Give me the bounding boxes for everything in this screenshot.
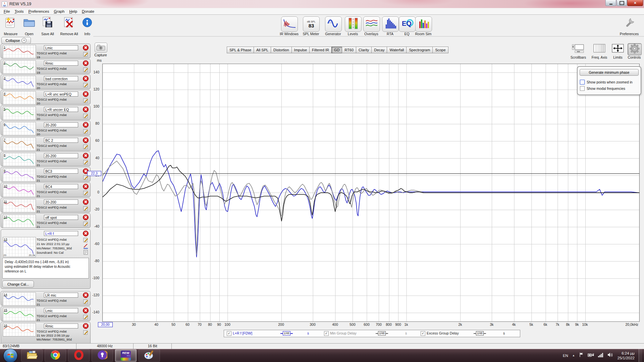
start-button[interactable] [3,349,17,362]
measurement-card-15[interactable]: 15TDSC2 woPEQ.mdat21 [1,306,91,321]
open-button[interactable] [22,16,37,30]
measurement-name-input[interactable] [44,199,78,204]
measurement-name-input[interactable] [44,153,78,158]
menu-preferences[interactable]: Preferences [26,9,51,14]
measurement-number[interactable]: 2 [4,61,5,64]
tab-impulse[interactable]: Impulse [291,47,310,53]
secure-browser-taskbar-button[interactable] [92,349,113,362]
chrome-taskbar-button[interactable] [45,349,66,362]
menu-file[interactable]: File [1,9,12,14]
limits-button[interactable] [611,43,625,55]
measurement-name-input[interactable] [44,92,78,97]
delete-measurement-button[interactable] [83,323,89,329]
tab-spl-phase[interactable]: SPL & Phase [227,47,254,53]
measurement-number[interactable]: 15 [4,308,7,312]
smoothing-control-3[interactable]: 1/48 [474,331,486,336]
generator-button[interactable] [325,16,342,32]
measurement-number[interactable]: 13 [4,237,7,241]
capture-button[interactable] [95,43,107,53]
measurement-number[interactable]: 14 [4,293,7,296]
measurement-number[interactable]: 9 [4,169,5,172]
smoothing-control-1[interactable]: 1/48 [280,331,293,336]
close-button[interactable]: × [627,0,643,6]
notes-icon[interactable] [83,52,88,57]
legend-unit-3[interactable]: s [503,331,505,335]
legend-unit-1[interactable]: s [307,331,309,335]
tab-scope[interactable]: Scope [432,47,448,53]
measurement-number[interactable]: 5 [4,107,5,111]
save-all-button[interactable] [40,16,55,30]
measurement-name-input[interactable] [44,184,78,189]
measurement-number[interactable]: 6 [4,122,5,126]
tab-clarity[interactable]: Clarity [356,47,372,53]
measurement-card-14[interactable]: 14TDSC2 woPEQ.mdat21 [1,291,91,306]
measurement-number[interactable]: 12 [4,215,7,219]
notes-icon[interactable] [83,330,88,335]
delete-measurement-button[interactable] [83,45,89,51]
measurement-card-16[interactable]: 16TDSC2 woPEQ.mdat21 Ιαν 2022 2:06:19 μμ… [1,322,91,343]
room-sim-button[interactable] [415,16,432,32]
measurement-card-11[interactable]: 11TDSC2 woPEQ.mdat21 [1,198,91,213]
opera-taskbar-button[interactable] [68,349,90,362]
measurement-number[interactable]: 10 [4,184,7,188]
action-center-flag-icon[interactable] [579,352,584,359]
measurement-card-2[interactable]: 2TDSC2 woPEQ.mdat19 [1,59,91,74]
menu-tools[interactable]: Tools [12,9,26,14]
change-cal-button[interactable]: Change Cal... [2,281,34,288]
freq-axis-button[interactable] [593,43,606,55]
measurement-number[interactable]: 8 [4,153,5,157]
spl-meter-button[interactable]: dB SPL83 [303,16,320,32]
measurement-name-input[interactable] [44,76,78,81]
language-indicator[interactable]: EN [563,354,568,358]
group-delay-plot[interactable] [102,64,640,322]
explorer-taskbar-button[interactable] [21,349,43,362]
measurement-card-9[interactable]: 9TDSC2 woPEQ.mdat21 [1,167,91,182]
menu-graph[interactable]: Graph [51,9,67,14]
tab-decay[interactable]: Decay [371,47,387,53]
legend-checkbox-3[interactable]: ✓ [421,331,425,336]
overlays-button[interactable] [363,16,380,32]
tab-distortion[interactable]: Distortion [271,47,291,53]
rew-taskbar-button[interactable]: REWV5.1 [115,349,137,362]
show-desktop-button[interactable] [639,349,642,362]
show-points-checkbox[interactable] [580,80,585,84]
measurement-name-input[interactable] [44,61,78,66]
clock[interactable]: 6:24 μμ 25/1/2022 [618,351,635,360]
measurement-name-input[interactable] [44,293,78,298]
tab-rt60[interactable]: RT60 [342,47,356,53]
legend-checkbox-1[interactable]: ✓ [227,331,231,336]
preferences-button[interactable] [623,16,637,30]
measurement-card-4[interactable]: 4TDSC2 woPEQ.mdat20 [1,90,91,105]
measurement-card-3[interactable]: 3TDSC2 woPEQ.mdat20 [1,74,91,89]
smoothing-control-2[interactable]: 1/48 [376,331,388,336]
measurement-number[interactable]: 16 [4,323,7,327]
measurement-card-7[interactable]: 7TDSC2 woPEQ.mdat21 [1,136,91,151]
menu-help[interactable]: Help [67,9,79,14]
network-signal-icon[interactable] [598,353,603,359]
minimize-button[interactable] [605,0,616,6]
maximize-button[interactable] [616,0,627,6]
rta-button[interactable] [382,16,399,32]
tab-spectrogram[interactable]: Spectrogram [406,47,433,53]
measurement-name-input[interactable] [44,308,78,313]
measurement-card-6[interactable]: 6TDSC2 woPEQ.mdat20 [1,121,91,135]
remove-all-button[interactable] [62,16,76,30]
measurement-name-input[interactable] [44,45,78,50]
volume-icon[interactable] [607,352,613,359]
measurement-name-input[interactable] [44,231,78,236]
power-battery-icon[interactable] [588,353,594,359]
measurement-card-5[interactable]: 5TDSC2 woPEQ.mdat20 [1,105,91,120]
measure-button[interactable] [3,16,18,30]
measurement-number[interactable]: 11 [4,199,7,203]
levels-button[interactable]: 0369 [345,16,362,32]
measurement-name-input[interactable] [44,169,78,174]
tab-gd[interactable]: GD [331,47,342,53]
measurement-number[interactable]: 3 [4,76,5,80]
tab-waterfall[interactable]: Waterfall [387,47,407,53]
tab-all-spl[interactable]: All SPL [254,47,271,53]
paint-taskbar-button[interactable] [139,349,160,362]
measurement-number[interactable]: 7 [4,138,5,141]
scrollbars-button[interactable] [572,43,585,55]
measurement-card-1[interactable]: 1TDSC2 woPEQ.mdat19 [1,44,91,58]
measurement-number[interactable]: 1 [4,45,5,49]
